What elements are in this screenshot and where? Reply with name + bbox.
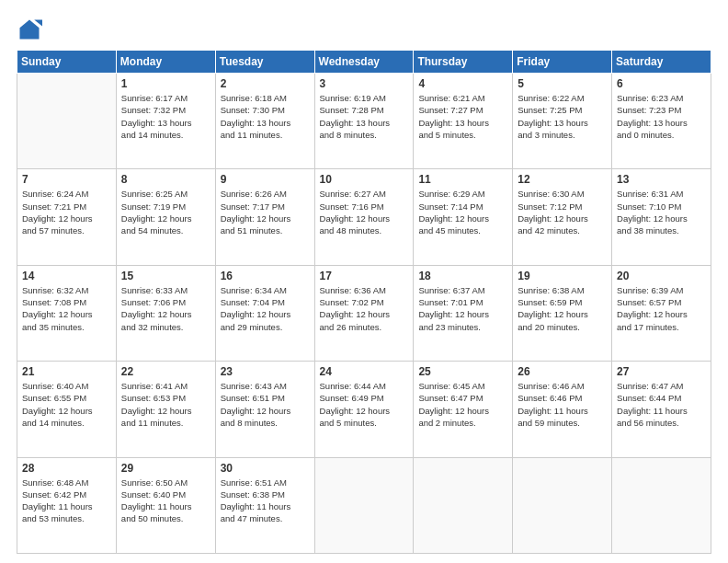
weekday-header-row: SundayMondayTuesdayWednesdayThursdayFrid… — [17, 51, 711, 74]
day-number: 11 — [418, 173, 507, 186]
day-number: 8 — [121, 173, 210, 186]
calendar-week-row: 14Sunrise: 6:32 AM Sunset: 7:08 PM Dayli… — [17, 265, 711, 361]
day-number: 12 — [518, 173, 607, 186]
day-info: Sunrise: 6:33 AM Sunset: 7:06 PM Dayligh… — [121, 284, 210, 333]
calendar-cell: 12Sunrise: 6:30 AM Sunset: 7:12 PM Dayli… — [513, 169, 612, 265]
day-info: Sunrise: 6:39 AM Sunset: 6:57 PM Dayligh… — [617, 284, 706, 333]
day-info: Sunrise: 6:21 AM Sunset: 7:27 PM Dayligh… — [418, 92, 507, 141]
weekday-header: Saturday — [612, 51, 711, 74]
day-number: 4 — [418, 77, 507, 90]
day-info: Sunrise: 6:25 AM Sunset: 7:19 PM Dayligh… — [121, 188, 210, 236]
calendar-cell — [314, 457, 414, 553]
weekday-header: Thursday — [414, 51, 513, 74]
day-number: 6 — [617, 77, 706, 90]
weekday-header: Tuesday — [215, 51, 314, 74]
day-info: Sunrise: 6:51 AM Sunset: 6:38 PM Dayligh… — [221, 477, 310, 525]
calendar-cell: 13Sunrise: 6:31 AM Sunset: 7:10 PM Dayli… — [612, 169, 711, 265]
calendar-cell: 22Sunrise: 6:41 AM Sunset: 6:53 PM Dayli… — [116, 362, 215, 457]
day-number: 13 — [617, 173, 706, 186]
header — [17, 17, 711, 42]
day-info: Sunrise: 6:41 AM Sunset: 6:53 PM Dayligh… — [121, 380, 210, 429]
calendar-cell: 8Sunrise: 6:25 AM Sunset: 7:19 PM Daylig… — [116, 169, 215, 265]
day-info: Sunrise: 6:36 AM Sunset: 7:02 PM Dayligh… — [320, 284, 409, 333]
day-number: 9 — [221, 173, 310, 186]
day-number: 17 — [320, 270, 409, 282]
calendar-cell: 27Sunrise: 6:47 AM Sunset: 6:44 PM Dayli… — [612, 362, 711, 457]
day-info: Sunrise: 6:19 AM Sunset: 7:28 PM Dayligh… — [320, 92, 409, 141]
day-number: 16 — [221, 270, 310, 282]
logo — [17, 17, 46, 42]
calendar-cell: 9Sunrise: 6:26 AM Sunset: 7:17 PM Daylig… — [215, 169, 314, 265]
day-number: 3 — [320, 77, 409, 90]
calendar-week-row: 7Sunrise: 6:24 AM Sunset: 7:21 PM Daylig… — [17, 169, 711, 265]
day-number: 7 — [22, 173, 111, 186]
calendar-week-row: 21Sunrise: 6:40 AM Sunset: 6:55 PM Dayli… — [17, 362, 711, 457]
calendar-cell: 14Sunrise: 6:32 AM Sunset: 7:08 PM Dayli… — [17, 265, 117, 361]
page: SundayMondayTuesdayWednesdayThursdayFrid… — [0, 0, 728, 563]
calendar-cell: 5Sunrise: 6:22 AM Sunset: 7:25 PM Daylig… — [513, 74, 612, 169]
day-number: 29 — [121, 462, 210, 475]
day-number: 20 — [617, 270, 706, 282]
calendar-cell — [513, 457, 612, 553]
calendar-cell: 10Sunrise: 6:27 AM Sunset: 7:16 PM Dayli… — [314, 169, 414, 265]
day-number: 15 — [121, 270, 210, 282]
calendar-cell: 18Sunrise: 6:37 AM Sunset: 7:01 PM Dayli… — [414, 265, 513, 361]
day-number: 14 — [22, 270, 111, 282]
calendar-cell: 24Sunrise: 6:44 AM Sunset: 6:49 PM Dayli… — [314, 362, 414, 457]
day-number: 22 — [121, 365, 210, 378]
day-info: Sunrise: 6:46 AM Sunset: 6:46 PM Dayligh… — [518, 380, 607, 429]
day-number: 10 — [320, 173, 409, 186]
calendar-cell: 4Sunrise: 6:21 AM Sunset: 7:27 PM Daylig… — [414, 74, 513, 169]
day-info: Sunrise: 6:30 AM Sunset: 7:12 PM Dayligh… — [518, 188, 607, 236]
calendar-week-row: 28Sunrise: 6:48 AM Sunset: 6:42 PM Dayli… — [17, 457, 711, 553]
calendar-cell: 1Sunrise: 6:17 AM Sunset: 7:32 PM Daylig… — [116, 74, 215, 169]
calendar-cell: 29Sunrise: 6:50 AM Sunset: 6:40 PM Dayli… — [116, 457, 215, 553]
calendar-cell: 6Sunrise: 6:23 AM Sunset: 7:23 PM Daylig… — [612, 74, 711, 169]
calendar-cell: 7Sunrise: 6:24 AM Sunset: 7:21 PM Daylig… — [17, 169, 117, 265]
day-info: Sunrise: 6:48 AM Sunset: 6:42 PM Dayligh… — [22, 477, 111, 525]
day-number: 25 — [418, 365, 507, 378]
calendar-cell: 11Sunrise: 6:29 AM Sunset: 7:14 PM Dayli… — [414, 169, 513, 265]
day-info: Sunrise: 6:17 AM Sunset: 7:32 PM Dayligh… — [121, 92, 210, 141]
day-info: Sunrise: 6:37 AM Sunset: 7:01 PM Dayligh… — [418, 284, 507, 333]
calendar-cell — [17, 74, 117, 169]
weekday-header: Sunday — [17, 51, 117, 74]
day-info: Sunrise: 6:24 AM Sunset: 7:21 PM Dayligh… — [22, 188, 111, 236]
day-info: Sunrise: 6:23 AM Sunset: 7:23 PM Dayligh… — [617, 92, 706, 141]
day-number: 28 — [22, 462, 111, 475]
weekday-header: Friday — [513, 51, 612, 74]
calendar-cell: 25Sunrise: 6:45 AM Sunset: 6:47 PM Dayli… — [414, 362, 513, 457]
day-number: 5 — [518, 77, 607, 90]
weekday-header: Monday — [116, 51, 215, 74]
day-info: Sunrise: 6:32 AM Sunset: 7:08 PM Dayligh… — [22, 284, 111, 333]
day-number: 27 — [617, 365, 706, 378]
calendar-week-row: 1Sunrise: 6:17 AM Sunset: 7:32 PM Daylig… — [17, 74, 711, 169]
calendar-cell: 23Sunrise: 6:43 AM Sunset: 6:51 PM Dayli… — [215, 362, 314, 457]
day-info: Sunrise: 6:40 AM Sunset: 6:55 PM Dayligh… — [22, 380, 111, 429]
day-info: Sunrise: 6:31 AM Sunset: 7:10 PM Dayligh… — [617, 188, 706, 236]
day-number: 19 — [518, 270, 607, 282]
day-info: Sunrise: 6:27 AM Sunset: 7:16 PM Dayligh… — [320, 188, 409, 236]
day-info: Sunrise: 6:50 AM Sunset: 6:40 PM Dayligh… — [121, 477, 210, 525]
day-number: 30 — [221, 462, 310, 475]
day-info: Sunrise: 6:45 AM Sunset: 6:47 PM Dayligh… — [418, 380, 507, 429]
day-number: 24 — [320, 365, 409, 378]
svg-marker-0 — [20, 20, 40, 40]
day-info: Sunrise: 6:43 AM Sunset: 6:51 PM Dayligh… — [221, 380, 310, 429]
day-number: 18 — [418, 270, 507, 282]
calendar-cell — [612, 457, 711, 553]
calendar-cell: 16Sunrise: 6:34 AM Sunset: 7:04 PM Dayli… — [215, 265, 314, 361]
calendar-table: SundayMondayTuesdayWednesdayThursdayFrid… — [17, 50, 711, 554]
day-number: 26 — [518, 365, 607, 378]
day-info: Sunrise: 6:29 AM Sunset: 7:14 PM Dayligh… — [418, 188, 507, 236]
calendar-cell: 30Sunrise: 6:51 AM Sunset: 6:38 PM Dayli… — [215, 457, 314, 553]
calendar-cell: 17Sunrise: 6:36 AM Sunset: 7:02 PM Dayli… — [314, 265, 414, 361]
calendar-cell — [414, 457, 513, 553]
day-number: 1 — [121, 77, 210, 90]
day-info: Sunrise: 6:22 AM Sunset: 7:25 PM Dayligh… — [518, 92, 607, 141]
day-info: Sunrise: 6:18 AM Sunset: 7:30 PM Dayligh… — [221, 92, 310, 141]
calendar-cell: 20Sunrise: 6:39 AM Sunset: 6:57 PM Dayli… — [612, 265, 711, 361]
weekday-header: Wednesday — [314, 51, 414, 74]
day-info: Sunrise: 6:44 AM Sunset: 6:49 PM Dayligh… — [320, 380, 409, 429]
logo-icon — [17, 17, 42, 42]
